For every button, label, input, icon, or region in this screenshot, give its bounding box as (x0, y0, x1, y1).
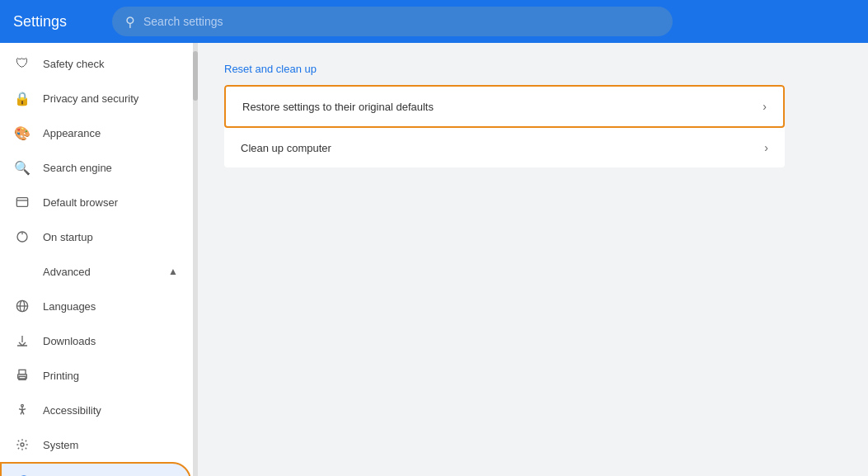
appearance-icon: 🎨 (13, 124, 31, 142)
sidebar-item-downloads[interactable]: Downloads (0, 323, 191, 358)
clean-computer-row[interactable]: Clean up computer › (224, 128, 785, 167)
main-section-title: Reset and clean up (224, 63, 842, 75)
accessibility-icon (13, 401, 31, 419)
header: Settings ⚲ (0, 0, 868, 43)
sidebar: 🛡 Safety check 🔒 Privacy and security 🎨 … (0, 43, 198, 476)
main-content: Reset and clean up Restore settings to t… (198, 43, 868, 476)
advanced-label: Advanced (43, 266, 91, 278)
sidebar-label-safety-check: Safety check (43, 58, 104, 70)
sidebar-item-privacy-security[interactable]: 🔒 Privacy and security (0, 81, 191, 115)
sidebar-label-default-browser: Default browser (43, 196, 118, 209)
startup-icon (13, 228, 31, 246)
languages-icon (13, 297, 31, 315)
sidebar-item-appearance[interactable]: 🎨 Appearance (0, 115, 191, 150)
sidebar-label-accessibility: Accessibility (43, 404, 101, 417)
sidebar-label-appearance: Appearance (43, 127, 101, 139)
printing-icon (13, 366, 31, 384)
restore-defaults-chevron: › (762, 100, 767, 113)
sidebar-item-on-startup[interactable]: On startup (0, 219, 191, 254)
sidebar-item-printing[interactable]: Printing (0, 358, 191, 393)
sidebar-label-downloads: Downloads (43, 335, 96, 347)
lock-icon: 🔒 (13, 89, 31, 107)
reset-icon (15, 472, 33, 476)
downloads-icon (13, 332, 31, 350)
restore-defaults-label: Restore settings to their original defau… (242, 101, 762, 113)
sidebar-label-privacy-security: Privacy and security (43, 92, 138, 105)
sidebar-item-languages[interactable]: Languages (0, 289, 191, 323)
clean-computer-chevron: › (764, 141, 768, 154)
settings-card: Restore settings to their original defau… (224, 85, 785, 167)
advanced-icon (13, 262, 31, 280)
chevron-up-icon: ▲ (168, 266, 178, 277)
shield-icon: 🛡 (13, 54, 31, 73)
scroll-indicator (193, 43, 198, 476)
scroll-thumb (193, 51, 198, 101)
body: 🛡 Safety check 🔒 Privacy and security 🎨 … (0, 43, 868, 476)
svg-point-12 (21, 443, 24, 446)
sidebar-item-accessibility[interactable]: Accessibility (0, 393, 191, 427)
svg-point-10 (21, 404, 24, 407)
sidebar-item-default-browser[interactable]: Default browser (0, 185, 191, 219)
sidebar-item-system[interactable]: System (0, 427, 191, 462)
clean-computer-label: Clean up computer (241, 142, 764, 154)
browser-icon (13, 193, 31, 211)
sidebar-label-printing: Printing (43, 370, 79, 382)
search-engine-icon: 🔍 (13, 158, 31, 177)
app-title: Settings (13, 13, 96, 31)
system-icon (13, 436, 31, 454)
search-input[interactable] (143, 15, 659, 28)
sidebar-label-search-engine: Search engine (43, 162, 112, 174)
sidebar-label-system: System (43, 439, 78, 451)
restore-defaults-row[interactable]: Restore settings to their original defau… (224, 85, 785, 128)
svg-rect-7 (19, 370, 26, 374)
sidebar-item-search-engine[interactable]: 🔍 Search engine (0, 150, 191, 185)
search-bar[interactable]: ⚲ (112, 7, 673, 36)
search-icon: ⚲ (125, 14, 135, 30)
sidebar-label-on-startup: On startup (43, 231, 93, 243)
advanced-section-header[interactable]: Advanced ▲ (0, 254, 191, 289)
sidebar-item-safety-check[interactable]: 🛡 Safety check (0, 46, 191, 81)
svg-rect-0 (16, 198, 27, 207)
sidebar-label-languages: Languages (43, 300, 96, 313)
sidebar-item-reset-cleanup[interactable]: Reset and clean up (0, 462, 191, 476)
